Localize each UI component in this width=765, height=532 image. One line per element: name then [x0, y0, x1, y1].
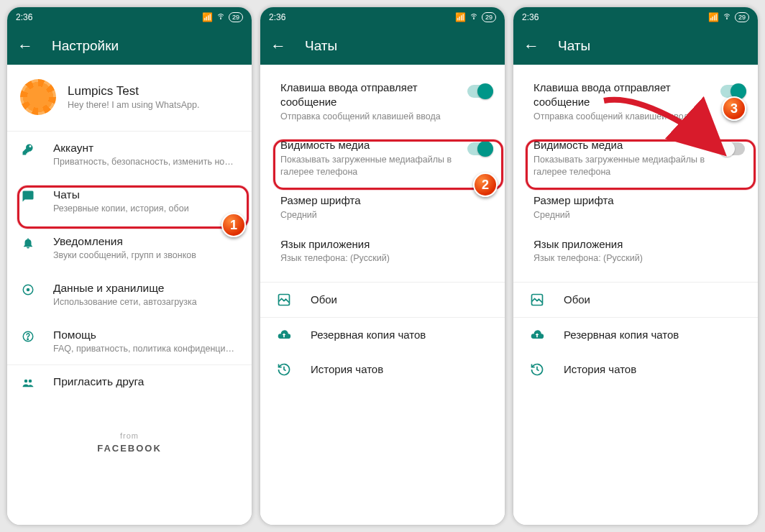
status-right: 📶 29	[455, 12, 496, 23]
bell-icon	[22, 237, 35, 252]
status-bar: 2:36 📶 29	[260, 7, 505, 27]
settings-item-help[interactable]: Помощь FAQ, приватность, политика конфид…	[7, 318, 252, 365]
settings-content: Lumpics Test Hey there! I am using Whats…	[7, 65, 252, 525]
status-bar: 2:36 📶 29	[7, 7, 252, 27]
status-bar: 2:36 📶 29	[513, 7, 758, 27]
chat-setting-media-visibility[interactable]: Видимость медиа Показывать загруженные м…	[260, 131, 505, 186]
signal-icon: 📶	[455, 12, 466, 22]
chat-setting-wallpaper[interactable]: Обои	[513, 283, 758, 317]
key-icon	[22, 143, 35, 159]
settings-item-title: Пригласить друга	[53, 375, 239, 388]
chat-setting-title: Размер шрифта	[280, 193, 492, 208]
settings-item-notifications[interactable]: Уведомления Звуки сообщений, групп и зво…	[7, 225, 252, 272]
chat-setting-label: Обои	[311, 293, 337, 306]
settings-item-data[interactable]: Данные и хранилище Использование сети, а…	[7, 272, 252, 318]
settings-item-account[interactable]: Аккаунт Приватность, безопасность, измен…	[7, 132, 252, 178]
app-bar: ← Чаты	[513, 27, 758, 65]
status-right: 📶 29	[708, 12, 749, 23]
history-icon	[529, 362, 545, 377]
chats-settings-content: Клавиша ввода отправляет сообщение Отпра…	[260, 65, 505, 525]
signal-icon: 📶	[708, 12, 719, 22]
wallpaper-icon	[529, 293, 545, 307]
chat-setting-title: Размер шрифта	[533, 193, 745, 208]
status-time: 2:36	[522, 12, 539, 22]
phone-screen-1: 2:36 📶 29 ← Настройки Lumpics Test Hey t…	[7, 7, 252, 525]
chat-setting-backup[interactable]: Резервная копия чатов	[513, 318, 758, 352]
back-arrow-icon[interactable]: ←	[523, 37, 539, 55]
status-time: 2:36	[16, 12, 32, 22]
chat-setting-enter-send[interactable]: Клавиша ввода отправляет сообщение Отпра…	[260, 73, 505, 131]
battery-indicator: 29	[229, 12, 243, 22]
chat-setting-sub: Отправка сообщений клавишей ввода	[280, 111, 457, 123]
cloud-upload-icon	[276, 328, 292, 342]
chat-setting-label: История чатов	[311, 363, 383, 375]
help-icon	[22, 330, 35, 346]
wifi-icon	[216, 12, 226, 23]
chat-setting-app-language[interactable]: Язык приложения Язык телефона: (Русский)	[260, 230, 505, 273]
chat-setting-backup[interactable]: Резервная копия чатов	[260, 318, 505, 352]
chat-setting-enter-send[interactable]: Клавиша ввода отправляет сообщение Отпра…	[513, 73, 758, 131]
profile-status: Hey there! I am using WhatsApp.	[68, 100, 199, 110]
phone-screen-3: 2:36 📶 29 ← Чаты Клавиша ввода отправляе…	[513, 7, 758, 525]
settings-item-sub: Резервные копии, история, обои	[53, 203, 239, 215]
chat-icon	[22, 190, 35, 206]
wifi-icon	[469, 12, 479, 23]
chat-setting-font-size[interactable]: Размер шрифта Средний	[513, 186, 758, 229]
status-right: 📶 29	[202, 12, 243, 23]
settings-item-sub: Звуки сообщений, групп и звонков	[53, 249, 239, 262]
wifi-icon	[722, 12, 732, 23]
chat-setting-history[interactable]: История чатов	[260, 352, 505, 387]
chats-settings-content: Клавиша ввода отправляет сообщение Отпра…	[513, 65, 758, 525]
chat-setting-wallpaper[interactable]: Обои	[260, 283, 505, 317]
app-bar: ← Настройки	[7, 27, 252, 65]
chat-setting-label: Обои	[564, 293, 590, 306]
chat-setting-sub: Средний	[280, 209, 492, 221]
app-bar: ← Чаты	[260, 27, 505, 65]
svg-point-9	[726, 18, 727, 19]
settings-item-title: Данные и хранилище	[53, 282, 239, 295]
back-arrow-icon[interactable]: ←	[17, 37, 33, 55]
battery-indicator: 29	[735, 12, 749, 22]
chat-setting-sub: Язык телефона: (Русский)	[280, 252, 492, 265]
history-icon	[276, 362, 292, 377]
chat-setting-title: Язык приложения	[280, 237, 492, 252]
cloud-upload-icon	[529, 328, 545, 342]
toggle-enter-send[interactable]	[720, 85, 745, 98]
settings-item-chats[interactable]: Чаты Резервные копии, история, обои	[7, 178, 252, 225]
chat-setting-sub: Средний	[533, 209, 745, 221]
settings-item-title: Чаты	[53, 188, 239, 201]
chat-setting-media-visibility[interactable]: Видимость медиа Показывать загруженные м…	[513, 131, 758, 186]
footer-from: from	[7, 431, 252, 440]
settings-item-sub: FAQ, приватность, политика конфиденциаль…	[53, 343, 239, 355]
status-time: 2:36	[269, 12, 285, 22]
chat-setting-title: Видимость медиа	[280, 138, 457, 152]
svg-point-6	[29, 380, 32, 383]
chat-setting-label: Резервная копия чатов	[564, 329, 679, 341]
signal-icon: 📶	[202, 12, 213, 22]
chat-setting-title: Язык приложения	[533, 237, 745, 252]
chat-setting-sub: Отправка сообщений клавишей ввода	[533, 111, 710, 123]
chat-setting-label: Резервная копия чатов	[311, 329, 426, 341]
chat-setting-title: Клавиша ввода отправляет сообщение	[280, 81, 457, 110]
toggle-media-visibility[interactable]	[467, 142, 492, 155]
battery-indicator: 29	[482, 12, 496, 22]
svg-point-4	[27, 339, 29, 340]
profile-row[interactable]: Lumpics Test Hey there! I am using Whats…	[7, 65, 252, 131]
svg-point-5	[24, 380, 28, 383]
svg-point-2	[27, 288, 30, 291]
phone-screen-2: 2:36 📶 29 ← Чаты Клавиша ввода отправляе…	[260, 7, 505, 525]
chat-setting-history[interactable]: История чатов	[513, 352, 758, 387]
toggle-media-visibility[interactable]	[720, 142, 745, 155]
page-title: Чаты	[558, 38, 590, 54]
chat-setting-font-size[interactable]: Размер шрифта Средний	[260, 186, 505, 229]
chat-setting-title: Видимость медиа	[533, 138, 710, 152]
wallpaper-icon	[276, 293, 292, 307]
people-icon	[21, 377, 35, 393]
settings-item-title: Аккаунт	[53, 142, 239, 155]
settings-item-title: Помощь	[53, 329, 239, 341]
chat-setting-app-language[interactable]: Язык приложения Язык телефона: (Русский)	[513, 230, 758, 273]
toggle-enter-send[interactable]	[467, 85, 492, 98]
settings-item-invite[interactable]: Пригласить друга	[7, 365, 252, 403]
back-arrow-icon[interactable]: ←	[270, 37, 286, 55]
chat-setting-sub: Показывать загруженные медиафайлы в гале…	[533, 154, 710, 178]
